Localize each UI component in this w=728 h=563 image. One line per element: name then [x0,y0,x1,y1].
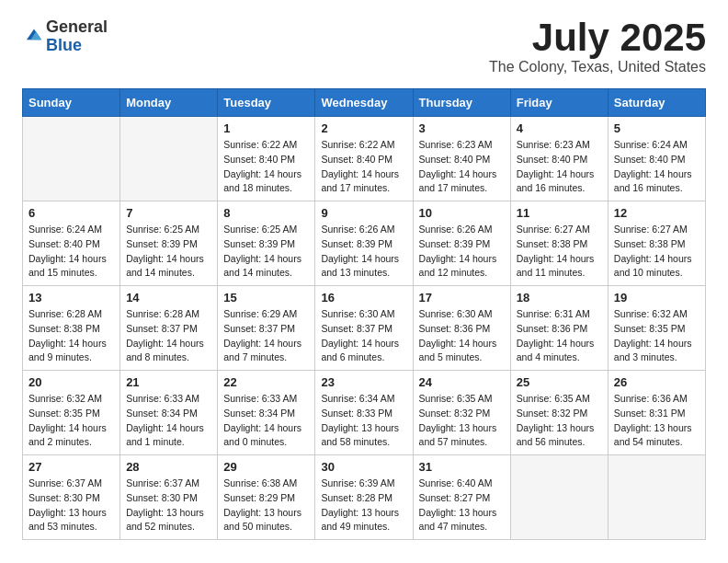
table-row: 24Sunrise: 6:35 AMSunset: 8:32 PMDayligh… [413,371,510,455]
table-row: 14Sunrise: 6:28 AMSunset: 8:37 PMDayligh… [120,286,218,371]
day-detail: Sunrise: 6:32 AMSunset: 8:35 PMDaylight:… [614,307,700,365]
day-number: 22 [223,375,309,389]
day-detail: Sunrise: 6:22 AMSunset: 8:40 PMDaylight:… [223,138,309,196]
day-detail: Sunrise: 6:26 AMSunset: 8:39 PMDaylight:… [321,223,406,281]
day-detail: Sunrise: 6:30 AMSunset: 8:36 PMDaylight:… [419,307,505,365]
day-detail: Sunrise: 6:22 AMSunset: 8:40 PMDaylight:… [321,138,406,196]
table-row: 25Sunrise: 6:35 AMSunset: 8:32 PMDayligh… [510,371,608,455]
table-row: 5Sunrise: 6:24 AMSunset: 8:40 PMDaylight… [608,117,705,201]
day-detail: Sunrise: 6:23 AMSunset: 8:40 PMDaylight:… [419,138,505,196]
day-number: 2 [321,121,406,135]
day-detail: Sunrise: 6:31 AMSunset: 8:36 PMDaylight:… [517,307,602,365]
table-row: 31Sunrise: 6:40 AMSunset: 8:27 PMDayligh… [413,455,510,540]
page-header: General Blue July 2025 The Colony, Texas… [22,18,706,75]
day-number: 10 [419,206,505,220]
table-row: 30Sunrise: 6:39 AMSunset: 8:28 PMDayligh… [315,455,413,540]
day-detail: Sunrise: 6:39 AMSunset: 8:28 PMDaylight:… [321,477,406,534]
table-row: 8Sunrise: 6:25 AMSunset: 8:39 PMDaylight… [218,201,315,286]
day-detail: Sunrise: 6:28 AMSunset: 8:37 PMDaylight:… [126,307,211,365]
calendar-week-row: 6Sunrise: 6:24 AMSunset: 8:40 PMDaylight… [23,201,706,286]
day-number: 23 [321,375,406,389]
day-number: 20 [28,375,114,389]
table-row [608,455,705,540]
logo-icon [24,25,44,45]
day-detail: Sunrise: 6:36 AMSunset: 8:31 PMDaylight:… [614,392,700,450]
weekday-header-row: SundayMondayTuesdayWednesdayThursdayFrid… [23,89,706,117]
calendar-week-row: 1Sunrise: 6:22 AMSunset: 8:40 PMDaylight… [23,117,706,201]
table-row: 2Sunrise: 6:22 AMSunset: 8:40 PMDaylight… [315,117,413,201]
calendar-week-row: 20Sunrise: 6:32 AMSunset: 8:35 PMDayligh… [23,371,706,455]
day-number: 19 [614,291,700,304]
day-number: 13 [28,291,114,304]
table-row: 13Sunrise: 6:28 AMSunset: 8:38 PMDayligh… [23,286,120,371]
day-detail: Sunrise: 6:27 AMSunset: 8:38 PMDaylight:… [614,223,700,281]
day-number: 15 [223,291,309,304]
day-number: 24 [419,375,505,389]
day-number: 3 [419,121,505,135]
day-detail: Sunrise: 6:40 AMSunset: 8:27 PMDaylight:… [419,477,505,534]
day-detail: Sunrise: 6:38 AMSunset: 8:29 PMDaylight:… [223,477,309,534]
day-detail: Sunrise: 6:37 AMSunset: 8:30 PMDaylight:… [28,477,114,534]
day-detail: Sunrise: 6:27 AMSunset: 8:38 PMDaylight:… [517,223,602,281]
table-row: 4Sunrise: 6:23 AMSunset: 8:40 PMDaylight… [510,117,608,201]
weekday-header: Monday [120,89,218,117]
day-detail: Sunrise: 6:33 AMSunset: 8:34 PMDaylight:… [223,392,309,450]
logo-blue-text: Blue [46,36,82,54]
day-number: 21 [126,375,211,389]
table-row: 20Sunrise: 6:32 AMSunset: 8:35 PMDayligh… [23,371,120,455]
table-row: 1Sunrise: 6:22 AMSunset: 8:40 PMDaylight… [218,117,315,201]
month-title: July 2025 [489,18,706,57]
table-row: 29Sunrise: 6:38 AMSunset: 8:29 PMDayligh… [218,455,315,540]
weekday-header: Thursday [413,89,510,117]
weekday-header: Sunday [23,89,120,117]
table-row: 15Sunrise: 6:29 AMSunset: 8:37 PMDayligh… [218,286,315,371]
day-detail: Sunrise: 6:23 AMSunset: 8:40 PMDaylight:… [517,138,602,196]
weekday-header: Friday [510,89,608,117]
day-detail: Sunrise: 6:35 AMSunset: 8:32 PMDaylight:… [517,392,602,450]
day-detail: Sunrise: 6:25 AMSunset: 8:39 PMDaylight:… [223,223,309,281]
table-row: 17Sunrise: 6:30 AMSunset: 8:36 PMDayligh… [413,286,510,371]
day-number: 30 [321,460,406,474]
table-row: 3Sunrise: 6:23 AMSunset: 8:40 PMDaylight… [413,117,510,201]
day-detail: Sunrise: 6:34 AMSunset: 8:33 PMDaylight:… [321,392,406,450]
day-number: 1 [223,121,309,135]
day-detail: Sunrise: 6:29 AMSunset: 8:37 PMDaylight:… [223,307,309,365]
day-detail: Sunrise: 6:24 AMSunset: 8:40 PMDaylight:… [28,223,114,281]
table-row [120,117,218,201]
location: The Colony, Texas, United States [489,59,706,75]
day-number: 16 [321,291,406,304]
day-number: 6 [28,206,114,220]
day-number: 28 [126,460,211,474]
weekday-header: Tuesday [218,89,315,117]
logo-general-text: General [46,17,108,36]
title-block: July 2025 The Colony, Texas, United Stat… [489,18,706,75]
day-detail: Sunrise: 6:25 AMSunset: 8:39 PMDaylight:… [126,223,211,281]
table-row: 12Sunrise: 6:27 AMSunset: 8:38 PMDayligh… [608,201,705,286]
table-row: 7Sunrise: 6:25 AMSunset: 8:39 PMDaylight… [120,201,218,286]
calendar-table: SundayMondayTuesdayWednesdayThursdayFrid… [22,88,706,540]
day-number: 9 [321,206,406,220]
table-row: 6Sunrise: 6:24 AMSunset: 8:40 PMDaylight… [23,201,120,286]
day-number: 11 [517,206,602,220]
day-detail: Sunrise: 6:35 AMSunset: 8:32 PMDaylight:… [419,392,505,450]
table-row: 28Sunrise: 6:37 AMSunset: 8:30 PMDayligh… [120,455,218,540]
day-detail: Sunrise: 6:37 AMSunset: 8:30 PMDaylight:… [126,477,211,534]
day-detail: Sunrise: 6:30 AMSunset: 8:37 PMDaylight:… [321,307,406,365]
day-number: 25 [517,375,602,389]
day-detail: Sunrise: 6:28 AMSunset: 8:38 PMDaylight:… [28,307,114,365]
weekday-header: Wednesday [315,89,413,117]
table-row: 11Sunrise: 6:27 AMSunset: 8:38 PMDayligh… [510,201,608,286]
day-number: 17 [419,291,505,304]
weekday-header: Saturday [608,89,705,117]
table-row [510,455,608,540]
table-row [23,117,120,201]
day-detail: Sunrise: 6:32 AMSunset: 8:35 PMDaylight:… [28,392,114,450]
day-detail: Sunrise: 6:26 AMSunset: 8:39 PMDaylight:… [419,223,505,281]
calendar-week-row: 13Sunrise: 6:28 AMSunset: 8:38 PMDayligh… [23,286,706,371]
day-number: 8 [223,206,309,220]
day-number: 18 [517,291,602,304]
table-row: 16Sunrise: 6:30 AMSunset: 8:37 PMDayligh… [315,286,413,371]
day-number: 4 [517,121,602,135]
table-row: 26Sunrise: 6:36 AMSunset: 8:31 PMDayligh… [608,371,705,455]
table-row: 10Sunrise: 6:26 AMSunset: 8:39 PMDayligh… [413,201,510,286]
